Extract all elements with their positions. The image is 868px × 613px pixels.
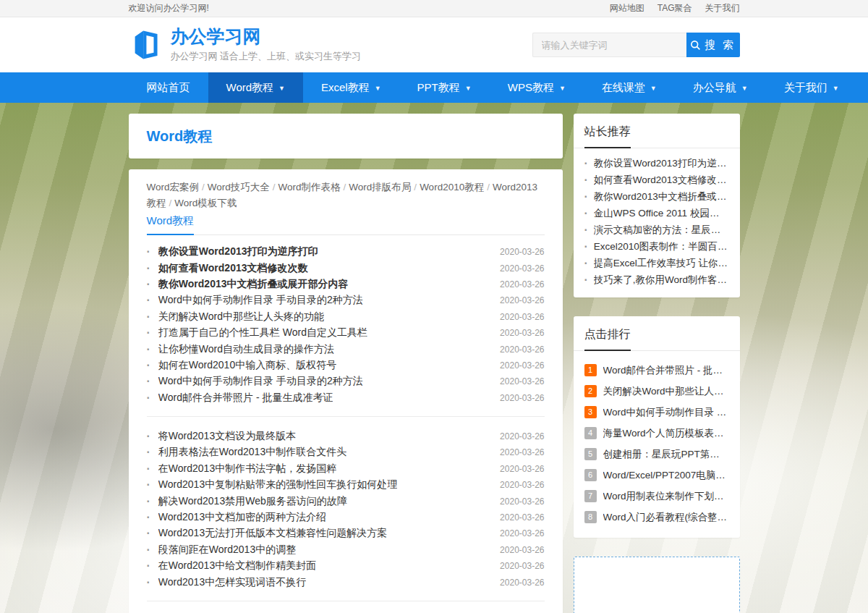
recommend-item: 提高Excel工作效率技巧 让你的工作事 [584,255,729,271]
recommend-box: 站长推荐 教你设置Word2013打印为逆序打印如何查看Word2013文档修改… [574,114,740,297]
recommend-item: 如何查看Word2013文档修改次数 [584,172,729,188]
article-link[interactable]: 让你秒懂Word自动生成目录的操作方法 [158,343,334,356]
tag-separator: / [202,182,205,193]
rank-link[interactable]: Word入门必看教程(综合整理)，应... [603,511,729,524]
nav-item-home[interactable]: 网站首页 [129,72,208,103]
article-link[interactable]: 利用表格法在Word2013中制作联合文件头 [158,446,346,459]
rank-link[interactable]: 关闭解决Word中那些让人头疼的... [603,385,729,398]
chevron-down-icon: ▼ [833,73,839,103]
nav-item-wps[interactable]: WPS教程▼ [490,72,584,103]
topbar-link-sitemap[interactable]: 网站地图 [610,2,644,14]
article-left: 在Word2013中制作书法字帖，发扬国粹 [147,462,337,475]
category-tabs: Word教程 [147,214,545,235]
rank-item: 5创建相册：星辰玩PPT第十八招 [584,444,729,465]
article-link[interactable]: Word2013中文档加密的两种方法介绍 [158,511,326,524]
article-link[interactable]: 教你设置Word2013打印为逆序打印 [158,245,318,258]
article-link[interactable]: 如何查看Word2013文档修改次数 [158,262,308,275]
article-list: 教你设置Word2013打印为逆序打印2020-03-26如何查看Word201… [147,244,545,406]
nav-item-ppt[interactable]: PPT教程▼ [399,72,490,103]
rank-item: 1Word邮件合并带照片 - 批量生成准... [584,360,729,381]
article-link[interactable]: Word中如何手动制作目录 手动目录的2种方法 [158,294,363,307]
article-item: Word2013中文档加密的两种方法介绍2020-03-26 [147,510,545,525]
article-date: 2020-03-26 [500,480,544,490]
topbar-link-about[interactable]: 关于我们 [705,2,740,14]
article-left: 在Word2013中给文档制作精美封面 [147,559,317,572]
ranking-title: 点击排行 [584,327,631,351]
recommend-link[interactable]: Excel2010图表制作：半圆百分比进... [594,238,729,255]
article-link[interactable]: 打造属于自己的个性工具栏 Word自定义工具栏 [158,326,367,339]
tag-separator: / [414,182,417,193]
rank-link[interactable]: 创建相册：星辰玩PPT第十八招 [603,448,729,461]
site-brand[interactable]: 办公学习网 办公学习网 适合上学、上班、或实习生等学习 [129,27,362,64]
search-bar: 搜 索 [532,33,740,57]
chevron-down-icon: ▼ [559,73,566,103]
tag-link[interactable]: Word宏案例 [147,182,200,193]
article-link[interactable]: 在Word2013中制作书法字帖，发扬国粹 [158,462,336,475]
recommend-link[interactable]: 提高Excel工作效率技巧 让你的工作事 [594,255,729,271]
chevron-down-icon: ▼ [650,73,657,103]
rank-badge: 4 [584,427,597,439]
article-left: 将Word2013文档设为最终版本 [147,430,297,443]
topbar-link-tags[interactable]: TAG聚合 [658,2,692,14]
rank-link[interactable]: Word/Excel/PPT2007电脑异常导... [603,469,729,482]
tag-link[interactable]: Word2010教程 [420,182,484,193]
article-link[interactable]: 在Word2013中给文档制作精美封面 [158,559,316,572]
article-date: 2020-03-26 [500,328,544,338]
rank-item: 8Word入门必看教程(综合整理)，应... [584,507,729,528]
search-input[interactable] [532,33,686,57]
article-link[interactable]: 解决Word2013禁用Web服务器访问的故障 [158,495,347,508]
rank-item: 6Word/Excel/PPT2007电脑异常导... [584,465,729,486]
article-item: 教你Word2013中文档折叠或展开部分内容2020-03-26 [147,276,545,292]
article-left: Word2013无法打开低版本文档兼容性问题解决方案 [147,527,388,540]
main-nav: 网站首页Word教程▼Excel教程▼PPT教程▼WPS教程▼在线课堂▼办公导航… [129,72,740,103]
recommend-link[interactable]: 如何查看Word2013文档修改次数 [594,172,729,188]
article-link[interactable]: 教你Word2013中文档折叠或展开部分内容 [158,278,349,291]
article-link[interactable]: Word2013中怎样实现词语不换行 [158,576,306,589]
tag-link[interactable]: Word技巧大全 [208,182,270,193]
main-column: Word教程 Word宏案例/Word技巧大全/Word制作表格/Word排版布… [129,114,563,613]
recommend-item: Excel2010图表制作：半圆百分比进... [584,238,729,255]
article-left: Word中如何手动制作目录 手动目录的2种方法 [147,294,363,307]
article-link[interactable]: 将Word2013文档设为最终版本 [158,430,296,443]
tag-link[interactable]: Word排版布局 [349,182,411,193]
recommend-link[interactable]: 演示文稿加密的方法：星辰玩PPT第七 [594,221,729,238]
recommend-header: 站长推荐 [574,114,740,148]
nav-item-online-course[interactable]: 在线课堂▼ [584,72,675,103]
article-item: 如何在Word2010中输入商标、版权符号2020-03-26 [147,358,545,373]
nav-item-word[interactable]: Word教程▼ [208,72,304,103]
article-list: 将Word2013文档设为最终版本2020-03-26利用表格法在Word201… [147,428,545,591]
rank-link[interactable]: 海量Word个人简历模板表格免费... [603,427,729,440]
recommend-link[interactable]: 教你设置Word2013打印为逆序打印 [594,155,729,172]
recommend-link[interactable]: 金山WPS Office 2011 校园版免费下载 [594,205,729,221]
article-item: 教你设置Word2013打印为逆序打印2020-03-26 [147,244,545,260]
article-date: 2020-03-26 [500,512,544,523]
rank-link[interactable]: Word中如何手动制作目录 手动目... [603,406,729,419]
tag-link[interactable]: Word模板下载 [174,198,237,208]
article-date: 2020-03-26 [500,279,544,289]
article-item: 在Word2013中给文档制作精美封面2020-03-26 [147,558,545,574]
rank-badge: 8 [584,511,597,523]
recommend-link[interactable]: 技巧来了,教你用Word制作客户投诉... [594,271,729,288]
article-link[interactable]: Word2013中复制粘贴带来的强制性回车换行如何处理 [158,478,397,491]
rank-link[interactable]: Word用制表位来制作下划线，真... [603,490,729,503]
article-link[interactable]: 关闭解决Word中那些让人头疼的功能 [158,310,324,324]
nav-item-office-nav[interactable]: 办公导航▼ [675,72,766,103]
tab-word-tutorial[interactable]: Word教程 [147,214,195,235]
recommend-title: 站长推荐 [584,124,631,148]
recommend-item: 教你Word2013中文档折叠或展开部... [584,188,729,205]
tag-link[interactable]: Word制作表格 [278,182,341,193]
rank-link[interactable]: Word邮件合并带照片 - 批量生成准... [603,364,729,377]
article-link[interactable]: 段落间距在Word2013中的调整 [158,544,296,557]
search-button[interactable]: 搜 索 [686,33,740,57]
ranking-box: 点击排行 1Word邮件合并带照片 - 批量生成准...2关闭解决Word中那些… [574,316,740,538]
nav-item-about-us[interactable]: 关于我们▼ [766,72,857,103]
recommend-link[interactable]: 教你Word2013中文档折叠或展开部... [594,188,729,205]
nav-item-excel[interactable]: Excel教程▼ [303,72,399,103]
article-link[interactable]: Word中如何手动制作目录 手动目录的2种方法 [158,375,363,388]
article-link[interactable]: 如何在Word2010中输入商标、版权符号 [158,359,336,372]
rank-badge: 5 [584,448,597,460]
article-link[interactable]: Word邮件合并带照片 - 批量生成准考证 [158,392,333,405]
article-link[interactable]: Word2013无法打开低版本文档兼容性问题解决方案 [158,527,387,540]
article-date: 2020-03-26 [500,561,544,571]
article-left: Word2013中复制粘贴带来的强制性回车换行如何处理 [147,478,398,491]
